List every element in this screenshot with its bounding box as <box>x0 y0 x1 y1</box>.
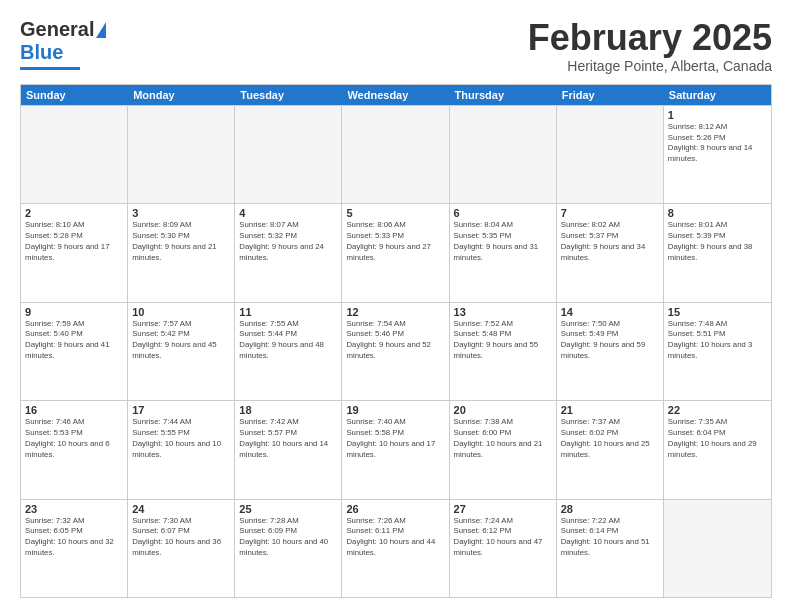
day-number: 8 <box>668 207 767 219</box>
day-number: 13 <box>454 306 552 318</box>
day-cell-20: 20Sunrise: 7:38 AM Sunset: 6:00 PM Dayli… <box>450 401 557 498</box>
empty-cell <box>664 500 771 597</box>
day-info: Sunrise: 8:09 AM Sunset: 5:30 PM Dayligh… <box>132 220 230 264</box>
calendar-header: SundayMondayTuesdayWednesdayThursdayFrid… <box>21 85 771 105</box>
day-info: Sunrise: 8:02 AM Sunset: 5:37 PM Dayligh… <box>561 220 659 264</box>
day-cell-24: 24Sunrise: 7:30 AM Sunset: 6:07 PM Dayli… <box>128 500 235 597</box>
day-number: 10 <box>132 306 230 318</box>
day-cell-11: 11Sunrise: 7:55 AM Sunset: 5:44 PM Dayli… <box>235 303 342 400</box>
calendar-body: 1Sunrise: 8:12 AM Sunset: 5:26 PM Daylig… <box>21 105 771 597</box>
day-cell-16: 16Sunrise: 7:46 AM Sunset: 5:53 PM Dayli… <box>21 401 128 498</box>
week-row-5: 23Sunrise: 7:32 AM Sunset: 6:05 PM Dayli… <box>21 499 771 597</box>
day-info: Sunrise: 8:06 AM Sunset: 5:33 PM Dayligh… <box>346 220 444 264</box>
day-number: 7 <box>561 207 659 219</box>
day-number: 27 <box>454 503 552 515</box>
day-info: Sunrise: 7:42 AM Sunset: 5:57 PM Dayligh… <box>239 417 337 461</box>
header: General Blue February 2025 Heritage Poin… <box>20 18 772 74</box>
day-number: 25 <box>239 503 337 515</box>
day-cell-3: 3Sunrise: 8:09 AM Sunset: 5:30 PM Daylig… <box>128 204 235 301</box>
day-info: Sunrise: 7:22 AM Sunset: 6:14 PM Dayligh… <box>561 516 659 560</box>
day-info: Sunrise: 8:10 AM Sunset: 5:28 PM Dayligh… <box>25 220 123 264</box>
header-day-saturday: Saturday <box>664 85 771 105</box>
day-cell-19: 19Sunrise: 7:40 AM Sunset: 5:58 PM Dayli… <box>342 401 449 498</box>
title-block: February 2025 Heritage Pointe, Alberta, … <box>528 18 772 74</box>
empty-cell <box>235 106 342 203</box>
day-number: 17 <box>132 404 230 416</box>
day-info: Sunrise: 7:24 AM Sunset: 6:12 PM Dayligh… <box>454 516 552 560</box>
logo-general-text: General <box>20 18 94 41</box>
empty-cell <box>21 106 128 203</box>
header-day-tuesday: Tuesday <box>235 85 342 105</box>
day-info: Sunrise: 7:37 AM Sunset: 6:02 PM Dayligh… <box>561 417 659 461</box>
day-info: Sunrise: 7:30 AM Sunset: 6:07 PM Dayligh… <box>132 516 230 560</box>
day-cell-26: 26Sunrise: 7:26 AM Sunset: 6:11 PM Dayli… <box>342 500 449 597</box>
day-cell-12: 12Sunrise: 7:54 AM Sunset: 5:46 PM Dayli… <box>342 303 449 400</box>
week-row-2: 2Sunrise: 8:10 AM Sunset: 5:28 PM Daylig… <box>21 203 771 301</box>
day-number: 19 <box>346 404 444 416</box>
day-cell-5: 5Sunrise: 8:06 AM Sunset: 5:33 PM Daylig… <box>342 204 449 301</box>
day-number: 3 <box>132 207 230 219</box>
calendar: SundayMondayTuesdayWednesdayThursdayFrid… <box>20 84 772 598</box>
week-row-1: 1Sunrise: 8:12 AM Sunset: 5:26 PM Daylig… <box>21 105 771 203</box>
day-info: Sunrise: 8:12 AM Sunset: 5:26 PM Dayligh… <box>668 122 767 166</box>
day-cell-27: 27Sunrise: 7:24 AM Sunset: 6:12 PM Dayli… <box>450 500 557 597</box>
day-cell-9: 9Sunrise: 7:59 AM Sunset: 5:40 PM Daylig… <box>21 303 128 400</box>
day-info: Sunrise: 7:46 AM Sunset: 5:53 PM Dayligh… <box>25 417 123 461</box>
day-cell-4: 4Sunrise: 8:07 AM Sunset: 5:32 PM Daylig… <box>235 204 342 301</box>
day-number: 5 <box>346 207 444 219</box>
day-cell-22: 22Sunrise: 7:35 AM Sunset: 6:04 PM Dayli… <box>664 401 771 498</box>
day-number: 1 <box>668 109 767 121</box>
day-number: 4 <box>239 207 337 219</box>
day-cell-7: 7Sunrise: 8:02 AM Sunset: 5:37 PM Daylig… <box>557 204 664 301</box>
day-number: 9 <box>25 306 123 318</box>
day-cell-17: 17Sunrise: 7:44 AM Sunset: 5:55 PM Dayli… <box>128 401 235 498</box>
empty-cell <box>557 106 664 203</box>
day-cell-18: 18Sunrise: 7:42 AM Sunset: 5:57 PM Dayli… <box>235 401 342 498</box>
header-day-sunday: Sunday <box>21 85 128 105</box>
day-cell-13: 13Sunrise: 7:52 AM Sunset: 5:48 PM Dayli… <box>450 303 557 400</box>
day-number: 20 <box>454 404 552 416</box>
day-info: Sunrise: 7:32 AM Sunset: 6:05 PM Dayligh… <box>25 516 123 560</box>
day-number: 28 <box>561 503 659 515</box>
day-cell-10: 10Sunrise: 7:57 AM Sunset: 5:42 PM Dayli… <box>128 303 235 400</box>
day-cell-25: 25Sunrise: 7:28 AM Sunset: 6:09 PM Dayli… <box>235 500 342 597</box>
page: General Blue February 2025 Heritage Poin… <box>0 0 792 612</box>
day-number: 6 <box>454 207 552 219</box>
day-cell-8: 8Sunrise: 8:01 AM Sunset: 5:39 PM Daylig… <box>664 204 771 301</box>
day-info: Sunrise: 7:50 AM Sunset: 5:49 PM Dayligh… <box>561 319 659 363</box>
day-number: 12 <box>346 306 444 318</box>
month-year-title: February 2025 <box>528 18 772 58</box>
day-number: 21 <box>561 404 659 416</box>
day-cell-6: 6Sunrise: 8:04 AM Sunset: 5:35 PM Daylig… <box>450 204 557 301</box>
day-number: 14 <box>561 306 659 318</box>
day-info: Sunrise: 8:07 AM Sunset: 5:32 PM Dayligh… <box>239 220 337 264</box>
day-cell-28: 28Sunrise: 7:22 AM Sunset: 6:14 PM Dayli… <box>557 500 664 597</box>
day-info: Sunrise: 7:44 AM Sunset: 5:55 PM Dayligh… <box>132 417 230 461</box>
logo: General Blue <box>20 18 106 70</box>
day-cell-2: 2Sunrise: 8:10 AM Sunset: 5:28 PM Daylig… <box>21 204 128 301</box>
week-row-3: 9Sunrise: 7:59 AM Sunset: 5:40 PM Daylig… <box>21 302 771 400</box>
day-info: Sunrise: 7:55 AM Sunset: 5:44 PM Dayligh… <box>239 319 337 363</box>
day-cell-1: 1Sunrise: 8:12 AM Sunset: 5:26 PM Daylig… <box>664 106 771 203</box>
day-info: Sunrise: 7:48 AM Sunset: 5:51 PM Dayligh… <box>668 319 767 363</box>
logo-underline <box>20 67 80 70</box>
day-number: 2 <box>25 207 123 219</box>
day-info: Sunrise: 7:59 AM Sunset: 5:40 PM Dayligh… <box>25 319 123 363</box>
header-day-thursday: Thursday <box>450 85 557 105</box>
day-info: Sunrise: 7:57 AM Sunset: 5:42 PM Dayligh… <box>132 319 230 363</box>
day-info: Sunrise: 7:54 AM Sunset: 5:46 PM Dayligh… <box>346 319 444 363</box>
empty-cell <box>128 106 235 203</box>
header-day-monday: Monday <box>128 85 235 105</box>
header-day-friday: Friday <box>557 85 664 105</box>
week-row-4: 16Sunrise: 7:46 AM Sunset: 5:53 PM Dayli… <box>21 400 771 498</box>
logo-triangle-icon <box>96 22 106 38</box>
day-cell-15: 15Sunrise: 7:48 AM Sunset: 5:51 PM Dayli… <box>664 303 771 400</box>
day-info: Sunrise: 7:38 AM Sunset: 6:00 PM Dayligh… <box>454 417 552 461</box>
day-number: 23 <box>25 503 123 515</box>
day-number: 18 <box>239 404 337 416</box>
day-number: 24 <box>132 503 230 515</box>
day-number: 26 <box>346 503 444 515</box>
day-cell-21: 21Sunrise: 7:37 AM Sunset: 6:02 PM Dayli… <box>557 401 664 498</box>
day-info: Sunrise: 8:04 AM Sunset: 5:35 PM Dayligh… <box>454 220 552 264</box>
location-subtitle: Heritage Pointe, Alberta, Canada <box>528 58 772 74</box>
